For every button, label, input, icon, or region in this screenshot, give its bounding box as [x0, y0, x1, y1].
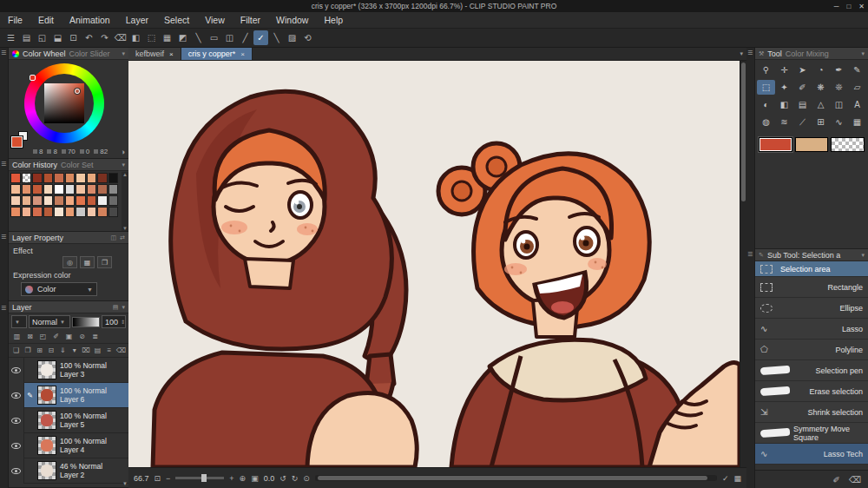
toolbar-icon[interactable]: ◧	[128, 30, 143, 45]
layer-name[interactable]: Layer 6	[60, 395, 107, 404]
color-swatch[interactable]	[22, 195, 32, 206]
layer-action-icon[interactable]: ⇓	[58, 345, 68, 356]
layer-action-icon[interactable]: ❐	[23, 345, 32, 356]
layer-name[interactable]: Layer 4	[60, 445, 107, 454]
toolbar-icon[interactable]: ▨	[285, 30, 299, 45]
toolbar-icon[interactable]: ▭	[207, 30, 221, 45]
tab-layer-property[interactable]: Layer Property	[12, 234, 63, 242]
close-button[interactable]: ✕	[858, 3, 865, 10]
subtool-item[interactable]: ∿ ⬠ ⇲ Ellipse	[755, 298, 868, 319]
navigator-icon[interactable]: ▦	[733, 474, 741, 483]
tool-button[interactable]: ▦	[848, 115, 866, 129]
color-swatch[interactable]	[32, 184, 43, 195]
effect-button[interactable]: ❐	[97, 256, 112, 268]
effect-button[interactable]: ◎	[62, 256, 77, 268]
canvas-tab[interactable]: kefbweif ×	[128, 48, 181, 60]
menu-item[interactable]: Select	[156, 15, 197, 25]
layer-row[interactable]: ✎ 100 % Normal Layer 5	[9, 408, 128, 433]
canvas-tab[interactable]: cris y copper* ×	[181, 48, 253, 60]
layer-panel-menu-icon[interactable]: ☰	[1, 305, 6, 312]
color-swatch[interactable]	[108, 195, 119, 206]
maximize-button[interactable]: □	[846, 3, 851, 10]
tab-layer[interactable]: Layer	[12, 303, 32, 312]
color-swatch[interactable]	[65, 207, 76, 217]
color-swatch[interactable]	[108, 173, 119, 183]
main-color-swatch[interactable]	[11, 136, 23, 148]
tab-tool[interactable]: Tool	[767, 49, 782, 58]
panel-collapse-icon[interactable]: ▾	[861, 252, 865, 259]
zoom-in-icon[interactable]: +	[229, 474, 233, 483]
layer-thumbnail[interactable]	[37, 360, 56, 379]
tool-button[interactable]: ✐	[793, 80, 812, 95]
main-drawing-color[interactable]	[759, 137, 792, 152]
layer-action-icon[interactable]: ❏	[11, 345, 21, 356]
tool-button[interactable]: ◧	[775, 97, 793, 112]
layer-action-icon[interactable]: ≡	[104, 345, 114, 356]
tool-button[interactable]: ⊞	[812, 115, 830, 129]
color-swatch[interactable]	[10, 207, 21, 217]
tab-color-history[interactable]: Color History	[12, 161, 57, 169]
visibility-toggle[interactable]	[9, 458, 24, 484]
color-swatch[interactable]	[97, 173, 108, 183]
tool-button[interactable]: ✛	[775, 63, 793, 77]
color-swatch[interactable]	[32, 195, 43, 206]
color-swatch[interactable]	[43, 195, 54, 206]
color-swatch[interactable]	[54, 173, 64, 183]
fit-screen-icon[interactable]: ⊡	[155, 474, 161, 483]
toolbar-icon[interactable]: ⟲	[300, 30, 315, 45]
layer-row[interactable]: ✎ 100 % Normal Layer 3	[9, 358, 128, 383]
color-swatch[interactable]	[97, 195, 108, 206]
layer-action-icon[interactable]: ⊟	[46, 345, 56, 356]
menu-item[interactable]: Help	[316, 15, 351, 25]
select-check-icon[interactable]: ✓	[722, 474, 729, 483]
zoom-slider[interactable]	[175, 477, 224, 479]
layer-lock-icon[interactable]: ▥	[11, 331, 23, 342]
panel-grid-icon[interactable]: ▤	[113, 304, 119, 311]
layer-row[interactable]: ✎ 100 % Normal Layer 6	[9, 383, 128, 408]
subtool-panel-menu-icon[interactable]: ☰	[747, 251, 753, 258]
canvas-horizontal-scrollbar[interactable]	[315, 475, 717, 481]
expression-color-dropdown[interactable]: Color ▼	[21, 282, 97, 296]
toolbar-icon[interactable]: ▦	[160, 30, 174, 45]
color-history-menu-icon[interactable]: ☰	[1, 161, 6, 168]
color-swatch[interactable]	[65, 173, 76, 183]
tool-button[interactable]: ➤	[793, 63, 812, 77]
layer-name[interactable]: Layer 2	[60, 471, 102, 479]
rotate-ccw-icon[interactable]: ↺	[279, 474, 286, 483]
color-swatch[interactable]	[65, 195, 76, 206]
toolbar-icon[interactable]: ↷	[97, 30, 112, 45]
color-swatch[interactable]	[10, 195, 21, 206]
menu-item[interactable]: View	[197, 15, 233, 25]
tab-color-wheel[interactable]: Color Wheel	[23, 49, 66, 58]
color-swatch[interactable]	[76, 207, 86, 217]
subtool-item[interactable]: ∿ ⬠ ⇲ Lasso Tech	[755, 444, 868, 465]
panel-collapse-icon[interactable]: ▾	[861, 50, 865, 57]
layer-action-icon[interactable]: ▤	[93, 345, 102, 356]
color-swatch[interactable]	[10, 173, 21, 183]
toolbar-icon[interactable]: ▤	[19, 30, 34, 45]
color-swatch[interactable]	[76, 184, 86, 195]
toolbar-icon[interactable]: ⬚	[144, 30, 159, 45]
sub-drawing-color[interactable]	[795, 137, 829, 152]
tab-list-icon[interactable]: ▾	[736, 48, 746, 60]
toolbar-icon[interactable]: ✓	[253, 30, 268, 45]
toolbar-icon[interactable]: ╲	[269, 30, 284, 45]
layer-lock-icon[interactable]: ◰	[37, 331, 49, 342]
tool-button[interactable]: ⟋	[793, 115, 812, 129]
layer-lock-icon[interactable]: ▣	[63, 331, 75, 342]
tab-color-mixing[interactable]: Color Mixing	[786, 49, 829, 58]
color-swatch[interactable]	[108, 184, 119, 195]
color-swatch[interactable]	[32, 173, 43, 183]
tool-button[interactable]: ✦	[775, 80, 793, 95]
visibility-toggle[interactable]	[9, 383, 24, 408]
tool-button[interactable]: ◔	[812, 63, 830, 77]
canvas-vertical-scrollbar[interactable]	[740, 61, 746, 467]
color-history-scrollbar[interactable]: ▲▼	[122, 172, 128, 231]
effect-button[interactable]: ▦	[80, 256, 95, 268]
layer-thumbnail[interactable]	[37, 436, 56, 455]
tool-button[interactable]: ▤	[793, 97, 812, 112]
close-tab-icon[interactable]: ×	[240, 50, 245, 58]
subtool-item[interactable]: ∿ ⬠ ⇲ Polyline	[755, 340, 868, 360]
color-swatch[interactable]	[97, 207, 108, 217]
layer-thumbnail[interactable]	[37, 386, 56, 405]
